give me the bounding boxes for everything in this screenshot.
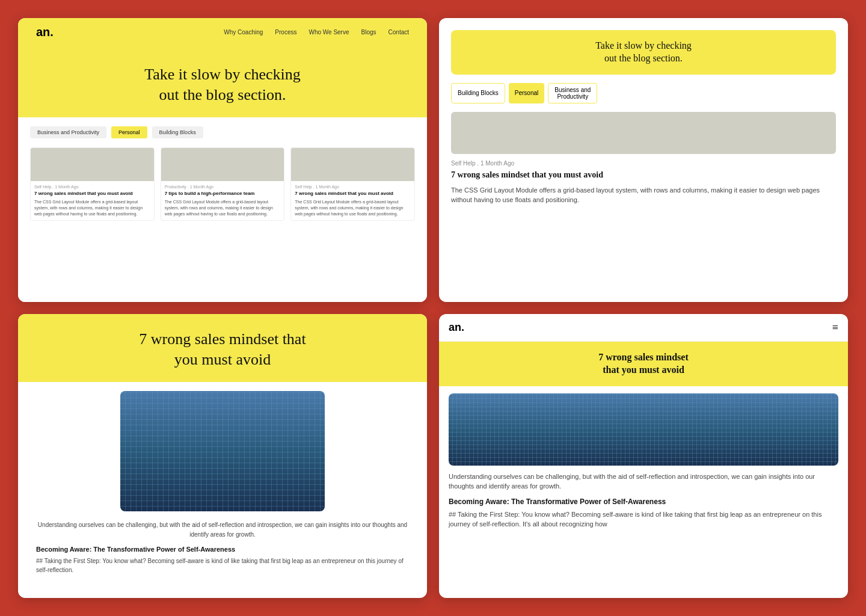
blog-card-3: Self Help . 1 Month Ago 7 wrong sales mi… <box>290 147 415 221</box>
card-desktop-blog: an. Why Coaching Process Who We Serve Bl… <box>18 18 427 302</box>
card-article: 7 wrong sales mindset thatyou must avoid… <box>18 314 427 598</box>
widget-tabs: Building Blocks Personal Business andPro… <box>451 83 836 103</box>
screen-container: an. Why Coaching Process Who We Serve Bl… <box>0 0 866 616</box>
blog-card-3-desc: The CSS Grid Layout Module offers a grid… <box>295 199 411 217</box>
article-body: ## Taking the First Step: You know what?… <box>36 556 409 574</box>
blog-card-1-body: Self Help . 1 Month Ago 7 wrong sales mi… <box>31 181 154 221</box>
widget-tab-personal[interactable]: Personal <box>509 83 544 103</box>
nav-contact[interactable]: Contact <box>388 29 409 35</box>
mobile-nav: an. ≡ <box>439 314 848 342</box>
blog-card-2-body: Productivity . 1 Month Ago 7 tips to bui… <box>161 181 284 221</box>
article-hero-title: 7 wrong sales mindset thatyou must avoid <box>36 329 409 370</box>
desktop-logo: an. <box>36 25 54 39</box>
blog-card-3-body: Self Help . 1 Month Ago 7 wrong sales mi… <box>291 181 414 221</box>
widget-hero-title: Take it slow by checkingout the blog sec… <box>461 40 826 65</box>
desktop-hero-title: Take it slow by checkingout the blog sec… <box>30 64 415 105</box>
article-maze-background <box>120 391 325 511</box>
article-content: Understanding ourselves can be challengi… <box>18 382 427 598</box>
widget-card-title: 7 wrong sales mindset that you must avoi… <box>451 170 836 180</box>
tab-business[interactable]: Business and Productivity <box>30 126 106 138</box>
blog-card-1-desc: The CSS Grid Layout Module offers a grid… <box>34 199 150 217</box>
mobile-body: ## Taking the First Step: You know what?… <box>449 510 838 529</box>
article-subtitle: Becoming Aware: The Transformative Power… <box>36 546 409 553</box>
mobile-subtitle: Becoming Aware: The Transformative Power… <box>449 497 838 506</box>
blog-card-1-title: 7 wrong sales mindset that you must avoi… <box>34 191 150 197</box>
article-hero: 7 wrong sales mindset thatyou must avoid <box>18 314 427 382</box>
blog-card-2-title: 7 tips to build a high-performance team <box>165 191 281 197</box>
nav-who-we-serve[interactable]: Who We Serve <box>309 29 349 35</box>
blog-card-2: Productivity . 1 Month Ago 7 tips to bui… <box>161 147 285 221</box>
card-mobile: an. ≡ 7 wrong sales mindsetthat you must… <box>439 314 848 598</box>
blog-card-1-meta: Self Help . 1 Month Ago <box>34 185 150 189</box>
widget-hero: Take it slow by checkingout the blog sec… <box>451 30 836 75</box>
blog-card-1-image <box>31 148 154 181</box>
nav-blogs[interactable]: Blogs <box>361 29 376 35</box>
widget-tab-business[interactable]: Business andProductivity <box>548 83 597 103</box>
desktop-blog-grid: Self Help . 1 Month Ago 7 wrong sales mi… <box>30 147 415 221</box>
blog-card-2-desc: The CSS Grid Layout Module offers a grid… <box>165 199 281 217</box>
widget-card-meta: Self Help . 1 Month Ago <box>451 160 836 167</box>
article-main-image <box>120 391 325 511</box>
tab-personal[interactable]: Personal <box>111 126 147 138</box>
mobile-description: Understanding ourselves can be challengi… <box>449 472 838 491</box>
hamburger-icon[interactable]: ≡ <box>832 321 838 334</box>
mobile-hero: 7 wrong sales mindsetthat you must avoid <box>439 342 848 386</box>
nav-process[interactable]: Process <box>275 29 296 35</box>
widget-tab-building-blocks[interactable]: Building Blocks <box>451 83 505 103</box>
widget-card-image <box>451 112 836 154</box>
blog-card-2-meta: Productivity . 1 Month Ago <box>165 185 281 189</box>
card-widget: Take it slow by checkingout the blog sec… <box>439 18 848 302</box>
desktop-content: Business and Productivity Personal Build… <box>18 117 427 302</box>
desktop-hero: Take it slow by checkingout the blog sec… <box>18 46 427 117</box>
mobile-hero-title: 7 wrong sales mindsetthat you must avoid <box>449 351 838 377</box>
blog-card-3-image <box>291 148 414 181</box>
article-description: Understanding ourselves can be challengi… <box>36 520 409 540</box>
nav-why-coaching[interactable]: Why Coaching <box>224 29 263 35</box>
blog-card-1: Self Help . 1 Month Ago 7 wrong sales mi… <box>30 147 155 221</box>
mobile-maze-background <box>449 393 838 466</box>
mobile-logo: an. <box>449 321 464 334</box>
desktop-tabs: Business and Productivity Personal Build… <box>30 126 415 138</box>
mobile-content: Understanding ourselves can be challengi… <box>439 386 848 598</box>
mobile-article-image <box>449 393 838 466</box>
blog-card-3-meta: Self Help . 1 Month Ago <box>295 185 411 189</box>
blog-card-3-title: 7 wrong sales mindset that you must avoi… <box>295 191 411 197</box>
desktop-nav-links: Why Coaching Process Who We Serve Blogs … <box>224 29 409 35</box>
widget-card-desc: The CSS Grid Layout Module offers a grid… <box>451 185 836 205</box>
desktop-nav: an. Why Coaching Process Who We Serve Bl… <box>18 18 427 46</box>
tab-building-blocks[interactable]: Building Blocks <box>152 126 203 138</box>
blog-card-2-image <box>161 148 284 181</box>
